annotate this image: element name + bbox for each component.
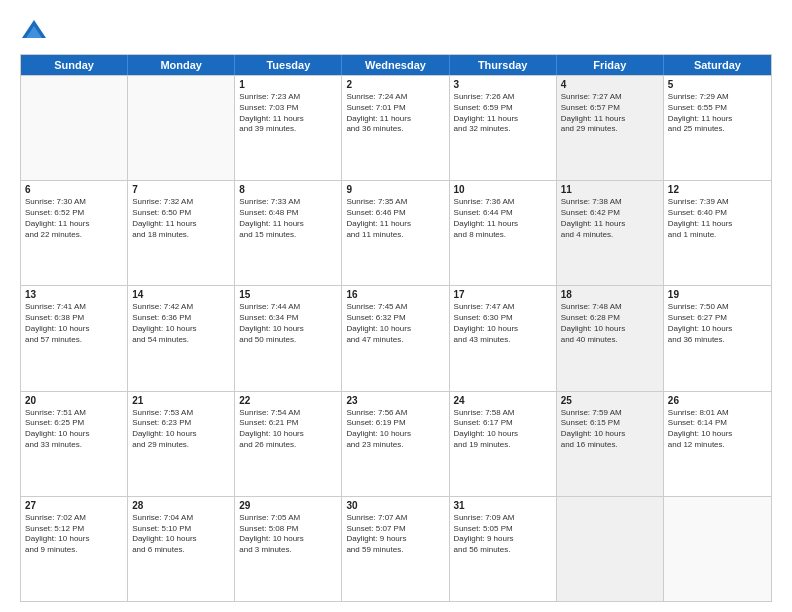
cell-info-line: Sunrise: 7:56 AM [346, 408, 444, 419]
weekday-header-thursday: Thursday [450, 55, 557, 75]
cell-info-line: Sunset: 6:55 PM [668, 103, 767, 114]
day-number: 16 [346, 289, 444, 300]
calendar-cell-1-6: 12Sunrise: 7:39 AMSunset: 6:40 PMDayligh… [664, 181, 771, 285]
logo [20, 16, 52, 44]
cell-info-line: Sunrise: 7:05 AM [239, 513, 337, 524]
logo-icon [20, 16, 48, 44]
cell-info-line: Sunrise: 7:07 AM [346, 513, 444, 524]
cell-info-line: Sunset: 6:52 PM [25, 208, 123, 219]
calendar-row-4: 27Sunrise: 7:02 AMSunset: 5:12 PMDayligh… [21, 496, 771, 601]
calendar-cell-2-6: 19Sunrise: 7:50 AMSunset: 6:27 PMDayligh… [664, 286, 771, 390]
cell-info-line: Sunrise: 7:42 AM [132, 302, 230, 313]
cell-info-line: Sunrise: 7:24 AM [346, 92, 444, 103]
calendar-cell-0-0 [21, 76, 128, 180]
calendar-row-2: 13Sunrise: 7:41 AMSunset: 6:38 PMDayligh… [21, 285, 771, 390]
calendar-cell-3-0: 20Sunrise: 7:51 AMSunset: 6:25 PMDayligh… [21, 392, 128, 496]
calendar-cell-4-5 [557, 497, 664, 601]
weekday-header-sunday: Sunday [21, 55, 128, 75]
cell-info-line: Daylight: 10 hours [239, 324, 337, 335]
calendar-cell-4-0: 27Sunrise: 7:02 AMSunset: 5:12 PMDayligh… [21, 497, 128, 601]
weekday-header-monday: Monday [128, 55, 235, 75]
cell-info-line: Sunrise: 7:02 AM [25, 513, 123, 524]
cell-info-line: Sunset: 5:07 PM [346, 524, 444, 535]
cell-info-line: and 6 minutes. [132, 545, 230, 556]
day-number: 12 [668, 184, 767, 195]
cell-info-line: and 3 minutes. [239, 545, 337, 556]
day-number: 2 [346, 79, 444, 90]
day-number: 20 [25, 395, 123, 406]
cell-info-line: Sunrise: 7:27 AM [561, 92, 659, 103]
day-number: 15 [239, 289, 337, 300]
cell-info-line: and 1 minute. [668, 230, 767, 241]
calendar-cell-4-2: 29Sunrise: 7:05 AMSunset: 5:08 PMDayligh… [235, 497, 342, 601]
cell-info-line: Sunset: 6:23 PM [132, 418, 230, 429]
cell-info-line: and 39 minutes. [239, 124, 337, 135]
cell-info-line: Daylight: 10 hours [561, 429, 659, 440]
day-number: 1 [239, 79, 337, 90]
cell-info-line: and 12 minutes. [668, 440, 767, 451]
cell-info-line: Sunset: 6:46 PM [346, 208, 444, 219]
calendar-cell-0-4: 3Sunrise: 7:26 AMSunset: 6:59 PMDaylight… [450, 76, 557, 180]
cell-info-line: Daylight: 11 hours [346, 219, 444, 230]
cell-info-line: and 23 minutes. [346, 440, 444, 451]
calendar-cell-3-1: 21Sunrise: 7:53 AMSunset: 6:23 PMDayligh… [128, 392, 235, 496]
calendar-header: SundayMondayTuesdayWednesdayThursdayFrid… [21, 55, 771, 75]
cell-info-line: and 18 minutes. [132, 230, 230, 241]
day-number: 27 [25, 500, 123, 511]
cell-info-line: Sunset: 6:21 PM [239, 418, 337, 429]
day-number: 3 [454, 79, 552, 90]
cell-info-line: Sunset: 6:50 PM [132, 208, 230, 219]
cell-info-line: and 40 minutes. [561, 335, 659, 346]
cell-info-line: Daylight: 11 hours [561, 114, 659, 125]
cell-info-line: Sunrise: 7:04 AM [132, 513, 230, 524]
cell-info-line: Sunset: 5:12 PM [25, 524, 123, 535]
day-number: 14 [132, 289, 230, 300]
cell-info-line: Daylight: 10 hours [239, 429, 337, 440]
cell-info-line: and 15 minutes. [239, 230, 337, 241]
calendar-cell-4-6 [664, 497, 771, 601]
day-number: 24 [454, 395, 552, 406]
cell-info-line: Daylight: 10 hours [561, 324, 659, 335]
cell-info-line: Daylight: 11 hours [25, 219, 123, 230]
calendar-cell-0-5: 4Sunrise: 7:27 AMSunset: 6:57 PMDaylight… [557, 76, 664, 180]
calendar-cell-1-1: 7Sunrise: 7:32 AMSunset: 6:50 PMDaylight… [128, 181, 235, 285]
cell-info-line: Sunrise: 7:23 AM [239, 92, 337, 103]
day-number: 5 [668, 79, 767, 90]
cell-info-line: Sunset: 6:59 PM [454, 103, 552, 114]
cell-info-line: Sunset: 6:48 PM [239, 208, 337, 219]
cell-info-line: and 36 minutes. [346, 124, 444, 135]
cell-info-line: Sunrise: 7:29 AM [668, 92, 767, 103]
day-number: 7 [132, 184, 230, 195]
cell-info-line: Daylight: 10 hours [346, 429, 444, 440]
weekday-header-wednesday: Wednesday [342, 55, 449, 75]
cell-info-line: Daylight: 9 hours [346, 534, 444, 545]
cell-info-line: and 59 minutes. [346, 545, 444, 556]
cell-info-line: and 9 minutes. [25, 545, 123, 556]
cell-info-line: and 19 minutes. [454, 440, 552, 451]
cell-info-line: Daylight: 11 hours [668, 114, 767, 125]
cell-info-line: Sunset: 6:25 PM [25, 418, 123, 429]
cell-info-line: Sunset: 6:30 PM [454, 313, 552, 324]
cell-info-line: Sunset: 6:28 PM [561, 313, 659, 324]
cell-info-line: Daylight: 10 hours [668, 324, 767, 335]
cell-info-line: Sunset: 6:17 PM [454, 418, 552, 429]
cell-info-line: Daylight: 11 hours [132, 219, 230, 230]
day-number: 21 [132, 395, 230, 406]
cell-info-line: and 54 minutes. [132, 335, 230, 346]
calendar-cell-2-0: 13Sunrise: 7:41 AMSunset: 6:38 PMDayligh… [21, 286, 128, 390]
calendar-cell-1-5: 11Sunrise: 7:38 AMSunset: 6:42 PMDayligh… [557, 181, 664, 285]
day-number: 28 [132, 500, 230, 511]
weekday-header-tuesday: Tuesday [235, 55, 342, 75]
day-number: 9 [346, 184, 444, 195]
cell-info-line: Daylight: 10 hours [239, 534, 337, 545]
cell-info-line: Sunrise: 7:45 AM [346, 302, 444, 313]
cell-info-line: and 50 minutes. [239, 335, 337, 346]
cell-info-line: Sunrise: 7:41 AM [25, 302, 123, 313]
cell-info-line: Daylight: 10 hours [668, 429, 767, 440]
cell-info-line: Sunrise: 7:48 AM [561, 302, 659, 313]
weekday-header-friday: Friday [557, 55, 664, 75]
cell-info-line: Sunset: 7:03 PM [239, 103, 337, 114]
cell-info-line: Sunrise: 7:35 AM [346, 197, 444, 208]
calendar-cell-2-4: 17Sunrise: 7:47 AMSunset: 6:30 PMDayligh… [450, 286, 557, 390]
calendar-cell-1-4: 10Sunrise: 7:36 AMSunset: 6:44 PMDayligh… [450, 181, 557, 285]
